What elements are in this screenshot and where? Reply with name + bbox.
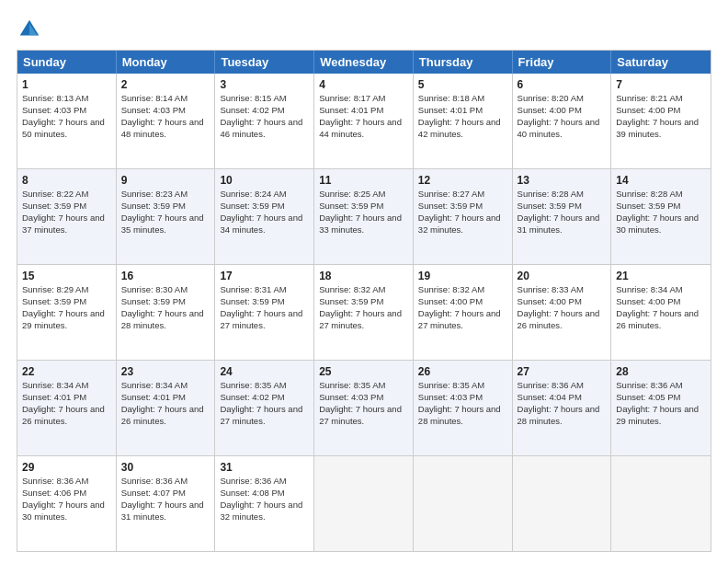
cal-cell-25: 25Sunrise: 8:35 AMSunset: 4:03 PMDayligh…: [314, 361, 414, 455]
day-number: 4: [319, 77, 408, 92]
sunset-text: Sunset: 4:01 PM: [319, 105, 383, 115]
sunset-text: Sunset: 4:00 PM: [418, 296, 483, 306]
sunset-text: Sunset: 4:02 PM: [220, 392, 284, 402]
daylight-text: Daylight: 7 hours and 28 minutes.: [121, 308, 204, 330]
sunset-text: Sunset: 4:02 PM: [220, 105, 284, 115]
sunrise-text: Sunrise: 8:22 AM: [22, 189, 88, 199]
day-number: 28: [616, 364, 706, 379]
day-number: 23: [121, 364, 210, 379]
daylight-text: Daylight: 7 hours and 28 minutes.: [418, 404, 501, 426]
sunset-text: Sunset: 4:06 PM: [22, 488, 86, 498]
sunset-text: Sunset: 4:01 PM: [22, 392, 86, 402]
day-number: 29: [22, 460, 111, 475]
sunset-text: Sunset: 3:59 PM: [220, 201, 284, 211]
sunset-text: Sunset: 4:03 PM: [121, 105, 186, 115]
daylight-text: Daylight: 7 hours and 30 minutes.: [22, 500, 105, 522]
day-number: 27: [518, 364, 607, 379]
sunrise-text: Sunrise: 8:24 AM: [220, 189, 286, 199]
day-number: 13: [518, 173, 607, 188]
daylight-text: Daylight: 7 hours and 27 minutes.: [319, 308, 402, 330]
cal-header-monday: Monday: [117, 51, 216, 74]
daylight-text: Daylight: 7 hours and 26 minutes.: [616, 308, 699, 330]
cal-cell-10: 10Sunrise: 8:24 AMSunset: 3:59 PMDayligh…: [215, 169, 314, 264]
sunrise-text: Sunrise: 8:36 AM: [518, 380, 584, 390]
sunset-text: Sunset: 3:59 PM: [518, 201, 582, 211]
calendar-header-row: SundayMondayTuesdayWednesdayThursdayFrid…: [17, 51, 711, 74]
cal-cell-27: 27Sunrise: 8:36 AMSunset: 4:04 PMDayligh…: [513, 361, 612, 455]
daylight-text: Daylight: 7 hours and 32 minutes.: [220, 500, 302, 522]
day-number: 31: [220, 460, 309, 475]
sunrise-text: Sunrise: 8:36 AM: [616, 380, 682, 390]
day-number: 16: [121, 269, 210, 283]
cal-week-1: 1Sunrise: 8:13 AMSunset: 4:03 PMDaylight…: [17, 74, 711, 168]
cal-cell-14: 14Sunrise: 8:28 AMSunset: 3:59 PMDayligh…: [611, 169, 711, 264]
day-number: 19: [418, 269, 507, 283]
cal-cell-5: 5Sunrise: 8:18 AMSunset: 4:01 PMDaylight…: [414, 74, 513, 168]
cal-cell-30: 30Sunrise: 8:36 AMSunset: 4:07 PMDayligh…: [117, 456, 216, 551]
sunrise-text: Sunrise: 8:25 AM: [319, 189, 385, 199]
sunrise-text: Sunrise: 8:18 AM: [418, 93, 484, 103]
daylight-text: Daylight: 7 hours and 39 minutes.: [616, 117, 699, 139]
cal-cell-4: 4Sunrise: 8:17 AMSunset: 4:01 PMDaylight…: [314, 74, 414, 168]
day-number: 20: [518, 269, 607, 283]
cal-cell-6: 6Sunrise: 8:20 AMSunset: 4:00 PMDaylight…: [513, 74, 612, 168]
sunrise-text: Sunrise: 8:30 AM: [121, 284, 188, 294]
cal-header-tuesday: Tuesday: [215, 51, 314, 74]
logo-icon: [17, 17, 42, 42]
day-number: 5: [418, 77, 507, 92]
day-number: 1: [22, 77, 111, 92]
daylight-text: Daylight: 7 hours and 31 minutes.: [518, 213, 600, 235]
daylight-text: Daylight: 7 hours and 50 minutes.: [22, 117, 105, 139]
daylight-text: Daylight: 7 hours and 27 minutes.: [418, 308, 501, 330]
cal-cell-empty: [611, 456, 711, 551]
daylight-text: Daylight: 7 hours and 34 minutes.: [220, 213, 302, 235]
cal-cell-9: 9Sunrise: 8:23 AMSunset: 3:59 PMDaylight…: [117, 169, 216, 264]
sunrise-text: Sunrise: 8:32 AM: [319, 284, 385, 294]
daylight-text: Daylight: 7 hours and 28 minutes.: [518, 404, 600, 426]
daylight-text: Daylight: 7 hours and 35 minutes.: [121, 213, 204, 235]
cal-cell-empty: [314, 456, 414, 551]
sunrise-text: Sunrise: 8:23 AM: [121, 189, 188, 199]
daylight-text: Daylight: 7 hours and 26 minutes.: [121, 404, 204, 426]
sunrise-text: Sunrise: 8:31 AM: [220, 284, 286, 294]
day-number: 26: [418, 364, 507, 379]
cal-cell-17: 17Sunrise: 8:31 AMSunset: 3:59 PMDayligh…: [215, 265, 314, 360]
cal-header-wednesday: Wednesday: [314, 51, 414, 74]
daylight-text: Daylight: 7 hours and 40 minutes.: [518, 117, 600, 139]
sunset-text: Sunset: 4:00 PM: [616, 105, 680, 115]
day-number: 6: [518, 77, 607, 92]
cal-header-sunday: Sunday: [17, 51, 117, 74]
day-number: 21: [616, 269, 706, 283]
cal-cell-1: 1Sunrise: 8:13 AMSunset: 4:03 PMDaylight…: [17, 74, 117, 168]
cal-cell-8: 8Sunrise: 8:22 AMSunset: 3:59 PMDaylight…: [17, 169, 117, 264]
daylight-text: Daylight: 7 hours and 42 minutes.: [418, 117, 501, 139]
day-number: 8: [22, 173, 111, 188]
sunset-text: Sunset: 3:59 PM: [22, 296, 86, 306]
cal-cell-11: 11Sunrise: 8:25 AMSunset: 3:59 PMDayligh…: [314, 169, 414, 264]
sunrise-text: Sunrise: 8:33 AM: [518, 284, 584, 294]
sunrise-text: Sunrise: 8:35 AM: [418, 380, 484, 390]
daylight-text: Daylight: 7 hours and 33 minutes.: [319, 213, 402, 235]
day-number: 17: [220, 269, 309, 283]
logo: [17, 17, 46, 42]
sunrise-text: Sunrise: 8:34 AM: [22, 380, 88, 390]
day-number: 30: [121, 460, 210, 475]
cal-cell-24: 24Sunrise: 8:35 AMSunset: 4:02 PMDayligh…: [215, 361, 314, 455]
cal-cell-7: 7Sunrise: 8:21 AMSunset: 4:00 PMDaylight…: [611, 74, 711, 168]
cal-cell-18: 18Sunrise: 8:32 AMSunset: 3:59 PMDayligh…: [314, 265, 414, 360]
sunset-text: Sunset: 4:01 PM: [121, 392, 186, 402]
daylight-text: Daylight: 7 hours and 46 minutes.: [220, 117, 302, 139]
header: [17, 17, 711, 42]
cal-cell-29: 29Sunrise: 8:36 AMSunset: 4:06 PMDayligh…: [17, 456, 117, 551]
cal-cell-15: 15Sunrise: 8:29 AMSunset: 3:59 PMDayligh…: [17, 265, 117, 360]
daylight-text: Daylight: 7 hours and 27 minutes.: [220, 308, 302, 330]
sunset-text: Sunset: 4:00 PM: [518, 105, 582, 115]
daylight-text: Daylight: 7 hours and 29 minutes.: [22, 308, 105, 330]
sunrise-text: Sunrise: 8:27 AM: [418, 189, 484, 199]
day-number: 25: [319, 364, 408, 379]
sunrise-text: Sunrise: 8:35 AM: [319, 380, 385, 390]
sunrise-text: Sunrise: 8:28 AM: [518, 189, 584, 199]
sunrise-text: Sunrise: 8:32 AM: [418, 284, 484, 294]
day-number: 11: [319, 173, 408, 188]
cal-cell-23: 23Sunrise: 8:34 AMSunset: 4:01 PMDayligh…: [117, 361, 216, 455]
